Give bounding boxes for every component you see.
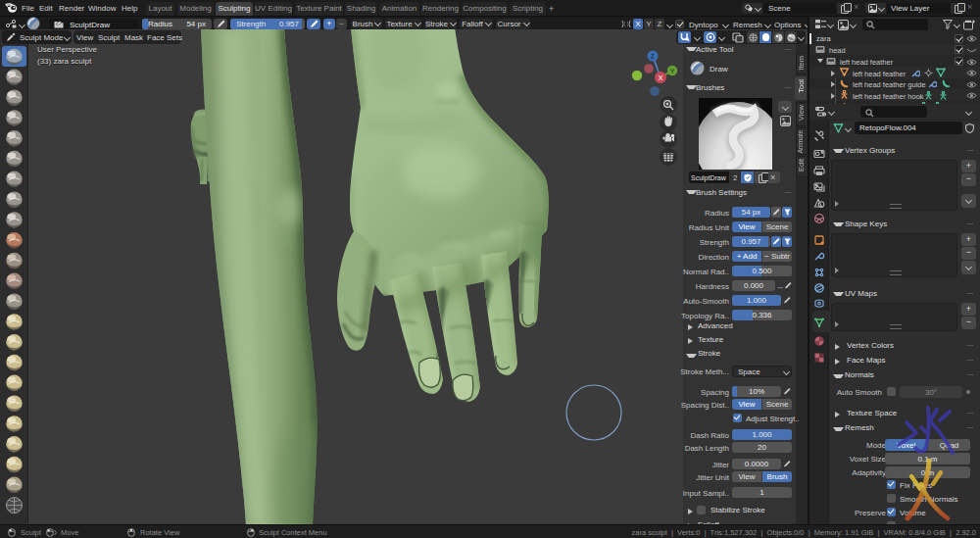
svg-text:Y: Y [670, 68, 675, 74]
svg-text:X: X [658, 73, 662, 82]
svg-text:Z: Z [651, 53, 656, 60]
